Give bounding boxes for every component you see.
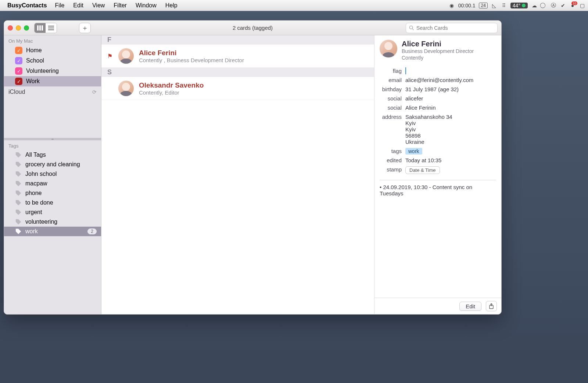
label-edited: edited — [380, 157, 405, 163]
tag-row-macpaw[interactable]: macpaw — [4, 179, 101, 188]
card-name: Alice Ferini — [139, 49, 244, 57]
value-address: Saksahanskoho 34KyivKyiv56898Ukraine — [405, 114, 496, 145]
view-columns-button[interactable] — [35, 23, 46, 33]
group-label: Home — [26, 47, 42, 54]
menu-file[interactable]: File — [55, 2, 65, 9]
tag-label: macpaw — [25, 180, 47, 187]
paper-plane-icon[interactable]: ◺ — [491, 3, 497, 8]
sidebar-section-icloud[interactable]: iCloud — [8, 89, 25, 95]
svg-rect-5 — [48, 29, 54, 30]
sidebar-group-home[interactable]: ✓Home — [4, 45, 101, 56]
search-input[interactable] — [416, 25, 494, 31]
compass-icon[interactable]: Ⓐ — [551, 3, 556, 8]
cloud-icon[interactable]: ☁︎ — [531, 3, 537, 8]
group-checkbox[interactable]: ✓ — [15, 78, 22, 85]
sidebar-group-school[interactable]: ✓School — [4, 56, 101, 66]
window-zoom-button[interactable] — [24, 25, 29, 31]
tag-label: grocery and cleaning — [25, 161, 80, 168]
tag-label: urgent — [25, 209, 42, 216]
window-close-button[interactable] — [8, 25, 13, 31]
share-icon — [489, 303, 494, 309]
sidebar-group-work[interactable]: ✓Work — [4, 76, 101, 86]
tag-icon — [15, 199, 22, 206]
detail-note[interactable]: • 24.09.2019, 10:30 - Content sync on Tu… — [380, 180, 496, 196]
tag-row-urgent[interactable]: urgent — [4, 208, 101, 217]
macos-menubar: BusyContacts File Edit View Filter Windo… — [0, 0, 588, 11]
menu-edit[interactable]: Edit — [73, 2, 83, 9]
svg-line-7 — [412, 29, 414, 30]
label-stamp: stamp — [380, 166, 405, 173]
value-social1[interactable]: alicefer — [405, 95, 496, 102]
value-edited: Today at 10:35 — [405, 157, 496, 163]
menu-view[interactable]: View — [92, 2, 105, 9]
tag-label: John school — [25, 171, 57, 177]
view-mode-toggle — [34, 23, 57, 33]
tag-icon — [15, 209, 22, 216]
card-row[interactable]: ⚑Alice FeriniContently , Business Develo… — [101, 45, 374, 68]
group-label: Volunteering — [26, 68, 59, 74]
card-avatar — [118, 81, 134, 96]
svg-rect-2 — [42, 25, 43, 31]
timer-text: 00:00.1 — [458, 3, 476, 8]
check-icon[interactable]: ✔︎ — [560, 3, 566, 8]
tag-label: All Tags — [25, 152, 46, 158]
airplay-icon[interactable]: ▢ — [579, 3, 585, 8]
cards-list: F⚑Alice FeriniContently , Business Devel… — [101, 35, 374, 314]
tag-row-john-school[interactable]: John school — [4, 169, 101, 179]
add-card-button[interactable]: ＋ — [79, 23, 91, 33]
tag-row-all-tags[interactable]: All Tags — [4, 150, 101, 160]
value-birthday: 31 July 1987 (age 32) — [405, 86, 496, 92]
group-checkbox[interactable]: ✓ — [15, 57, 22, 64]
notification-icon[interactable]: ●10 — [570, 3, 576, 8]
svg-rect-3 — [48, 26, 54, 26]
date-box[interactable]: 24 — [479, 3, 487, 8]
search-field[interactable] — [406, 23, 498, 33]
value-email[interactable]: alice@ferini@contently.com — [405, 77, 496, 83]
sidebar-group-volunteering[interactable]: ✓Volunteering — [4, 66, 101, 76]
svg-point-6 — [409, 26, 412, 29]
tag-icon — [15, 219, 22, 225]
tag-row-volunteering[interactable]: volunteering — [4, 217, 101, 227]
flag-checkbox[interactable] — [405, 67, 406, 74]
dropbox-icon[interactable]: ⠿ — [501, 3, 507, 8]
menu-filter[interactable]: Filter — [114, 2, 127, 9]
tag-row-phone[interactable]: phone — [4, 188, 101, 198]
app-name[interactable]: BusyContacts — [7, 2, 47, 9]
tag-icon — [15, 171, 22, 177]
menu-help[interactable]: Help — [165, 2, 178, 9]
tag-icon — [15, 190, 22, 196]
list-section-header: S — [101, 68, 374, 77]
tag-pill-work[interactable]: work — [405, 148, 422, 155]
card-subtitle: Contently, Editor — [139, 89, 204, 96]
tag-row-grocery-and-cleaning[interactable]: grocery and cleaning — [4, 160, 101, 169]
group-checkbox[interactable]: ✓ — [15, 47, 22, 54]
card-subtitle: Contently , Business Development Directo… — [139, 57, 244, 63]
share-button[interactable] — [486, 301, 497, 311]
record-icon[interactable]: ◉ — [449, 3, 455, 8]
tag-row-work[interactable]: work2 — [4, 227, 101, 236]
view-list-button[interactable] — [46, 23, 57, 33]
app-window: ＋ 2 cards (tagged) On My Mac ✓Home✓Schoo… — [4, 20, 502, 315]
flag-icon: ⚑ — [107, 53, 113, 60]
sidebar-section-on-my-mac: On My Mac — [4, 35, 101, 45]
label-address: address — [380, 114, 405, 120]
group-checkbox[interactable]: ✓ — [15, 67, 22, 75]
search-icon — [409, 25, 414, 31]
sidebar: On My Mac ✓Home✓School✓Volunteering✓Work… — [4, 35, 101, 314]
edit-button[interactable]: Edit — [459, 302, 481, 311]
card-row[interactable]: Oleksandr SavenkoContently, Editor — [101, 77, 374, 100]
value-social2[interactable]: Alice Ferinin — [405, 104, 496, 111]
label-tags: tags — [380, 148, 405, 154]
sidebar-splitter[interactable] — [4, 138, 101, 140]
group-label: Work — [26, 78, 40, 85]
tag-row-to-be-done[interactable]: to be done — [4, 198, 101, 208]
camera-icon[interactable]: ⃝ — [541, 3, 547, 8]
sync-icon[interactable]: ⟳ — [92, 89, 97, 95]
tag-label: phone — [25, 190, 42, 196]
stamp-button[interactable]: Date & Time — [405, 166, 440, 174]
window-minimize-button[interactable] — [16, 25, 21, 31]
sidebar-section-tags: Tags — [4, 140, 101, 150]
svg-rect-4 — [48, 28, 54, 28]
menu-window[interactable]: Window — [136, 2, 157, 9]
weather-widget[interactable]: 44° — [510, 3, 528, 8]
